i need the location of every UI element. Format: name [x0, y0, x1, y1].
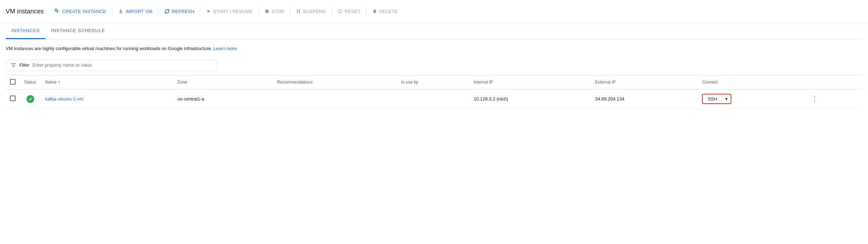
header-internal-ip: Internal IP	[469, 75, 591, 90]
header-zone: Zone	[173, 75, 273, 90]
row-external-ip: 34.69.204.134	[591, 89, 698, 109]
table-row: kafka-ubuntu-1-vm us-central1-a 10.128.0…	[6, 89, 862, 109]
name-sort-arrow: ↑	[58, 79, 60, 85]
stop-button[interactable]: STOP	[261, 7, 288, 16]
svg-rect-2	[55, 9, 57, 11]
header-external-ip: External IP	[591, 75, 698, 90]
row-checkbox-cell	[6, 89, 20, 109]
divider-1	[112, 7, 112, 16]
svg-rect-6	[299, 10, 300, 13]
row-checkbox[interactable]	[10, 96, 16, 101]
start-resume-icon	[206, 9, 211, 14]
filter-input[interactable]	[32, 62, 213, 68]
header-status: Status	[20, 75, 41, 90]
divider-2	[158, 7, 159, 16]
ssh-button-group: SSH ▾	[702, 94, 731, 104]
more-icon: ⋮	[811, 95, 818, 103]
divider-4	[258, 7, 259, 16]
row-more-actions: ⋮	[804, 89, 862, 109]
reset-icon	[338, 9, 343, 14]
filter-icon	[10, 62, 17, 68]
row-in-use-by	[397, 89, 470, 109]
ssh-dropdown-button[interactable]: ▾	[722, 94, 731, 103]
row-connect: SSH ▾	[698, 89, 804, 109]
toolbar: VM instances CREATE INSTANCE IMPORT VM R…	[0, 0, 868, 23]
delete-button[interactable]: DELETE	[369, 7, 401, 16]
header-in-use-by: In use by	[397, 75, 470, 90]
suspend-button[interactable]: SUSPEND	[292, 7, 329, 16]
header-actions	[804, 75, 862, 90]
divider-5	[290, 7, 290, 16]
main-content: INSTANCES INSTANCE SCHEDULE VM instances…	[0, 23, 868, 109]
table-header-row: Status Name ↑ Zone Recommendations In us…	[6, 75, 862, 90]
delete-icon	[372, 9, 377, 14]
tab-instance-schedule[interactable]: INSTANCE SCHEDULE	[46, 23, 111, 39]
header-recommendations: Recommendations	[273, 75, 397, 90]
instances-table: Status Name ↑ Zone Recommendations In us…	[6, 75, 862, 109]
learn-more-link[interactable]: Learn more	[213, 46, 237, 51]
import-vm-icon	[118, 8, 124, 14]
divider-7	[366, 7, 367, 16]
divider-6	[332, 7, 332, 16]
import-vm-button[interactable]: IMPORT VM	[114, 6, 156, 16]
row-internal-ip: 10.128.0.2 (nic0)	[469, 89, 591, 109]
header-connect: Connect	[698, 75, 804, 90]
start-resume-button[interactable]: START / RESUME	[203, 7, 256, 16]
divider-3	[200, 7, 201, 16]
tab-instances[interactable]: INSTANCES	[6, 23, 46, 39]
create-instance-button[interactable]: CREATE INSTANCE	[51, 6, 110, 16]
header-checkbox-cell	[6, 75, 20, 90]
refresh-icon	[164, 8, 170, 14]
row-zone: us-central1-a	[173, 89, 273, 109]
svg-rect-4	[265, 10, 268, 13]
reset-button[interactable]: RESET	[334, 7, 364, 16]
tabs-bar: INSTANCES INSTANCE SCHEDULE	[6, 23, 862, 39]
refresh-button[interactable]: REFRESH	[161, 6, 198, 16]
stop-icon	[264, 9, 269, 14]
filter-label: Filter	[19, 62, 30, 68]
select-all-checkbox[interactable]	[10, 79, 16, 85]
row-name[interactable]: kafka-ubuntu-1-vm	[41, 89, 173, 109]
header-name[interactable]: Name ↑	[41, 75, 173, 90]
row-status	[20, 89, 41, 109]
svg-marker-3	[207, 10, 210, 13]
svg-rect-5	[297, 10, 298, 13]
suspend-icon	[296, 9, 301, 14]
ssh-dropdown-arrow-icon: ▾	[725, 96, 728, 102]
status-running-icon	[26, 95, 34, 103]
svg-rect-1	[57, 9, 57, 13]
page-title: VM instances	[6, 8, 44, 15]
more-actions-button[interactable]: ⋮	[809, 94, 821, 104]
row-recommendations	[273, 89, 397, 109]
filter-bar[interactable]: Filter	[6, 60, 218, 71]
description-text: VM instances are highly configurable vir…	[6, 45, 862, 53]
create-instance-icon	[54, 8, 60, 14]
ssh-button[interactable]: SSH	[703, 94, 722, 103]
